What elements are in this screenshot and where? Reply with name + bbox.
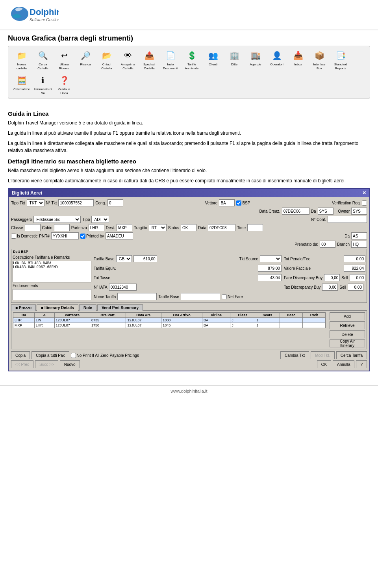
table-row[interactable]: LHRLIN12JUL07073512JUL071030BAJ1 <box>13 318 326 323</box>
tipo-select[interactable]: ADT <box>91 216 109 223</box>
copy-air-itinerary-button[interactable]: Copy Air Itinerary <box>330 339 365 347</box>
tax-disc-sell-input[interactable] <box>348 284 363 291</box>
valore-facciale-input[interactable] <box>344 265 365 272</box>
da-input[interactable] <box>318 208 334 215</box>
fare-disc-buy-input[interactable] <box>324 274 340 281</box>
nuovo-button[interactable]: Nuovo <box>60 360 80 368</box>
tot-penale-input[interactable] <box>344 255 365 262</box>
classe-input[interactable] <box>25 224 41 231</box>
bsp-checkbox-label[interactable]: BSP <box>236 200 250 206</box>
toolbar-item-10[interactable]: 🏢Ditte <box>224 48 245 72</box>
nome-tariffa-input[interactable] <box>117 293 157 300</box>
question-button[interactable]: ? <box>356 360 367 368</box>
toolbar-label-14: Interface Box <box>310 63 328 70</box>
toolbar-item-1[interactable]: 🔍Cerca Cartella <box>33 48 53 72</box>
fare-disc-sell-input[interactable] <box>350 274 365 281</box>
toolbar-item-15[interactable]: 📑Standard Reports <box>330 48 351 72</box>
prenotato-da-input[interactable] <box>320 241 335 248</box>
table-cell <box>280 323 303 328</box>
toolbar-item-9[interactable]: 👥Clienti <box>203 48 223 72</box>
net-fare-checkbox[interactable] <box>222 294 227 299</box>
partenza-input[interactable] <box>89 224 104 231</box>
window-close-button[interactable]: ✕ <box>362 190 366 196</box>
toolbar-item-7[interactable]: 📄Invio Documenti <box>160 48 181 72</box>
copia-button[interactable]: Copia <box>11 351 30 359</box>
n-iata-input[interactable] <box>109 284 137 291</box>
form-row-prenotato: Prenotato da: Branch <box>11 241 367 248</box>
pnr-input[interactable] <box>51 232 79 239</box>
tariffe-base-label: Tariffe Base <box>158 295 179 299</box>
partenza-label: Partenza <box>71 226 87 230</box>
owner-input[interactable] <box>351 208 367 215</box>
ok-button[interactable]: OK <box>317 360 331 368</box>
table-cell: LIN <box>34 318 54 323</box>
n-tkt-input[interactable] <box>58 199 94 206</box>
prec-button[interactable]: << Prec <box>11 360 33 368</box>
toolbar-item-0[interactable]: 📁Nuova cartella <box>11 48 32 72</box>
toolbar-item-16[interactable]: 🧮Calcolatrice <box>11 72 32 96</box>
printed-by-checkbox[interactable] <box>80 234 85 239</box>
data-creaz-input[interactable] <box>282 208 309 215</box>
toolbar-item-5[interactable]: 👁Anteprima Cartella <box>118 48 138 72</box>
dett-bsp-title: Dett BSP <box>11 249 367 254</box>
is-domestic-checkbox[interactable] <box>11 234 16 239</box>
table-row[interactable]: MXPLHR12JUL07175012JUL071845BAJ1 <box>13 323 326 328</box>
delete-button[interactable]: Delete <box>330 330 365 338</box>
toolbar-item-8[interactable]: 💲Tariffe Archiviate <box>182 48 202 72</box>
tragitto-select[interactable]: RT <box>149 224 167 231</box>
printed-by-label[interactable]: Printed by <box>80 234 104 239</box>
itinerary-table-area: DaAPartenzaOra Part.Data Arr.Ora ArrivoA… <box>13 312 326 347</box>
is-domestic-label[interactable]: Is Domestic <box>11 234 37 239</box>
no-print-label[interactable]: No Print If All Zero Payable Pricings <box>71 353 139 358</box>
tariffa-base-input[interactable] <box>133 255 157 262</box>
da2-input[interactable] <box>351 232 367 239</box>
dest-input[interactable] <box>117 224 132 231</box>
tariffe-base-input[interactable] <box>181 293 220 300</box>
verif-req-checkbox[interactable] <box>362 200 367 206</box>
time-input[interactable] <box>247 224 263 231</box>
copia-tutti-pax-button[interactable]: Copia a tutti Pax <box>32 351 69 359</box>
toolbar-item-3[interactable]: 🔎Ricerca <box>75 48 96 72</box>
toolbar-item-6[interactable]: 📤Spedisci Cartella <box>139 48 159 72</box>
status-input[interactable] <box>181 224 196 231</box>
tax-disc-buy-input[interactable] <box>322 284 338 291</box>
vettore-input[interactable] <box>219 199 235 206</box>
bsp-checkbox[interactable] <box>236 200 241 206</box>
data-input[interactable] <box>208 224 235 231</box>
annulla-button[interactable]: Annulla <box>333 360 354 368</box>
cong-input[interactable] <box>107 199 123 206</box>
n-conf-input[interactable] <box>328 216 367 223</box>
succ-button[interactable]: Succ >> <box>35 360 58 368</box>
endorsements-textarea[interactable] <box>13 289 91 300</box>
tab-note[interactable]: Note <box>79 304 96 311</box>
tariffa-equiv-input[interactable] <box>258 265 282 272</box>
no-print-checkbox[interactable] <box>71 353 76 358</box>
add-button[interactable]: Add <box>330 312 365 320</box>
toolbar-item-12[interactable]: 👤Operatori <box>267 48 287 72</box>
tariffa-base-curr-select[interactable]: GBP <box>116 255 132 262</box>
tot-tasse-input[interactable] <box>258 274 282 281</box>
tipo-tkt-select[interactable]: TKT <box>27 199 44 206</box>
net-fare-label[interactable]: Net Fare <box>222 294 243 299</box>
mod-tkt-button[interactable]: Mod Tkt. <box>311 351 335 359</box>
tkt-source-select[interactable] <box>260 255 282 262</box>
tab-vend-pmt-summary[interactable]: Vend Pmt Summary <box>97 304 143 311</box>
costruzione-textarea[interactable]: LON BA MIL483.84BA LON483.84NUC967.68END <box>13 261 91 282</box>
tab-itinerary-details[interactable]: ■ Itinerary Details <box>37 304 78 311</box>
cabin-input[interactable] <box>54 224 70 231</box>
passeggero-select[interactable]: Firstissue Six <box>33 216 81 223</box>
tab-prezzo[interactable]: ■ Prezzo <box>11 304 36 311</box>
toolbar-item-17[interactable]: ℹInformazio ni Su <box>33 72 53 96</box>
toolbar-item-4[interactable]: 📂Chiudi Cartella <box>96 48 117 72</box>
toolbar-item-18[interactable]: ❓Guida in Linea <box>54 72 74 96</box>
cerca-tariffa-button[interactable]: Cerca Tariffa <box>336 351 367 359</box>
printed-by-input[interactable] <box>106 232 133 239</box>
toolbar-item-2[interactable]: ↩Ultima Ricerca <box>54 48 74 72</box>
toolbar-item-13[interactable]: 📥Inbox <box>288 48 308 72</box>
toolbar-item-14[interactable]: 📦Interface Box <box>309 48 330 72</box>
retrieve-button[interactable]: Retrieve <box>330 321 365 329</box>
branch-input[interactable] <box>351 241 367 248</box>
cambia-tkt-button[interactable]: Cambia Tkt <box>280 351 309 359</box>
time-label: Time <box>237 226 246 230</box>
toolbar-item-11[interactable]: 🏬Agenzie <box>245 48 266 72</box>
